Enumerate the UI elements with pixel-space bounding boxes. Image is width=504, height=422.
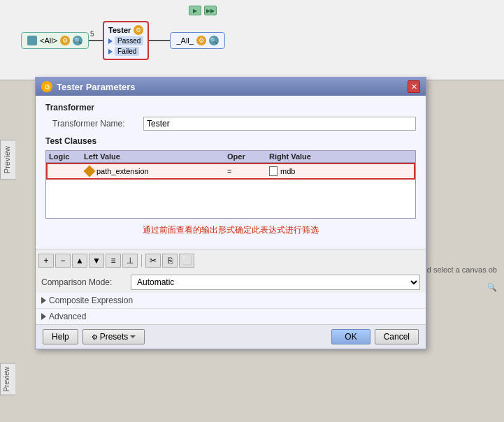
comparison-mode-select[interactable]: Automatic [131,275,420,290]
preview-label-bottom[interactable]: Preview [0,363,15,395]
table-body: path_extension = mdb [45,163,416,219]
dialog-title-icon: ⚙ [41,81,52,92]
gear-icon-right: ⚙ [196,36,206,45]
dialog-title-text: Tester Parameters [57,82,136,92]
connector-label: 5 [90,30,94,38]
toolbar-paste-btn[interactable]: ⬜ [179,254,194,268]
toolbar-align-btn[interactable]: ≡ [106,254,121,268]
advanced-toggle[interactable]: Advanced [41,312,420,321]
composite-label: Composite Expression [49,296,133,305]
play-buttons: ▶ ▶▶ [189,6,217,15]
transformer-name-row: Transformer Name: [45,117,416,131]
tester-node[interactable]: Tester ⚙ Passed Failed [103,21,149,60]
dialog-footer: Help ⚙ Presets OK Cancel [36,324,426,349]
composite-section: Composite Expression [36,293,426,308]
col-logic: Logic [49,152,84,161]
dialog-titlebar: ⚙ Tester Parameters ✕ [36,78,426,96]
transformer-section-label: Transformer [45,103,416,112]
gear-icon-left: ⚙ [60,36,70,45]
file-icon [269,166,278,176]
right-side-hint: and select a canvas ob [418,265,497,274]
toolbar-down-btn[interactable]: ▼ [89,254,104,268]
help-button[interactable]: Help [43,329,78,344]
test-clauses-section: Test Clauses Logic Left Value Oper Right… [45,136,416,236]
toolbar-remove-btn[interactable]: − [55,254,71,268]
footer-left: Help ⚙ Presets [43,329,145,344]
advanced-section: Advanced [36,308,426,324]
connector-line-1: 5 [89,40,103,41]
preview-label-left[interactable]: Preview [0,140,15,180]
toolbar-separator [141,254,142,267]
composite-toggle[interactable]: Composite Expression [41,296,420,305]
node-all-left[interactable]: <All> ⚙ 🔍 [21,32,89,49]
play-button-1[interactable]: ▶ [189,6,201,15]
table-header: Logic Left Value Oper Right Value [45,150,416,163]
diamond-icon [84,166,96,177]
failed-arrow [108,49,113,54]
col-oper: Oper [227,152,269,161]
gear-icon-tester: ⚙ [134,25,143,35]
tester-title: Tester [108,26,131,34]
passed-arrow [108,38,113,44]
passed-port: Passed [108,36,143,45]
ok-button[interactable]: OK [331,329,370,344]
test-clauses-label: Test Clauses [45,136,416,146]
cancel-button[interactable]: Cancel [375,329,419,344]
toolbar-add-btn[interactable]: + [38,254,54,268]
tester-parameters-dialog: ⚙ Tester Parameters ✕ Transformer Transf… [35,77,426,349]
presets-icon: ⚙ [92,333,98,341]
presets-arrow-icon [130,335,136,338]
failed-port: Failed [108,47,143,56]
col-left-value: Left Value [84,152,227,161]
connector-line-2 [149,40,170,41]
search-icon-right[interactable]: 🔍 [209,36,219,45]
cell-oper: = [227,167,269,175]
passed-label: Passed [115,36,143,45]
presets-label: Presets [100,332,129,342]
table-row[interactable]: path_extension = mdb [46,163,415,180]
grid-icon [27,36,37,45]
right-value-text: mdb [280,167,295,175]
comparison-mode-row: Comparison Mode: Automatic [36,272,426,293]
play-button-2[interactable]: ▶▶ [204,6,217,15]
node-all-right[interactable]: _All_ ⚙ 🔍 [170,32,224,49]
magnifier-hint: 🔍 [487,283,497,292]
annotation-text: 通过前面查看的输出形式确定此表达式进行筛选 [45,224,416,236]
toolbar-copy-btn[interactable]: ⎘ [162,254,178,268]
dialog-title-left: ⚙ Tester Parameters [41,81,136,92]
comparison-mode-label: Comparison Mode: [41,277,125,287]
advanced-label: Advanced [49,312,86,321]
canvas-area: ▶ ▶▶ <All> ⚙ 🔍 5 Tester ⚙ Pas [0,0,504,80]
cell-left-value: path_extension [85,167,227,175]
cell-right-value: mdb [269,166,411,176]
advanced-triangle-icon [41,313,46,320]
presets-button[interactable]: ⚙ Presets [82,329,145,344]
pipeline: <All> ⚙ 🔍 5 Tester ⚙ Passed [21,21,225,60]
toolbar-cut-btn[interactable]: ✂ [145,254,161,268]
node-all-left-label: <All> [40,36,57,45]
dialog-body: Transformer Transformer Name: Test Claus… [36,96,426,249]
col-right-value: Right Value [269,152,412,161]
footer-right: OK Cancel [331,329,419,344]
dialog-close-button[interactable]: ✕ [408,80,420,93]
search-icon-left[interactable]: 🔍 [73,36,82,45]
transformer-name-label: Transformer Name: [52,119,143,129]
toolbar: + − ▲ ▼ ≡ ⊥ ✂ ⎘ ⬜ [36,249,426,272]
toolbar-bottom-btn[interactable]: ⊥ [122,254,138,268]
node-all-right-label: _All_ [176,36,193,45]
failed-label: Failed [115,47,139,56]
left-value-text: path_extension [96,167,149,175]
composite-triangle-icon [41,297,46,304]
transformer-name-input[interactable] [143,117,416,131]
toolbar-up-btn[interactable]: ▲ [72,254,87,268]
